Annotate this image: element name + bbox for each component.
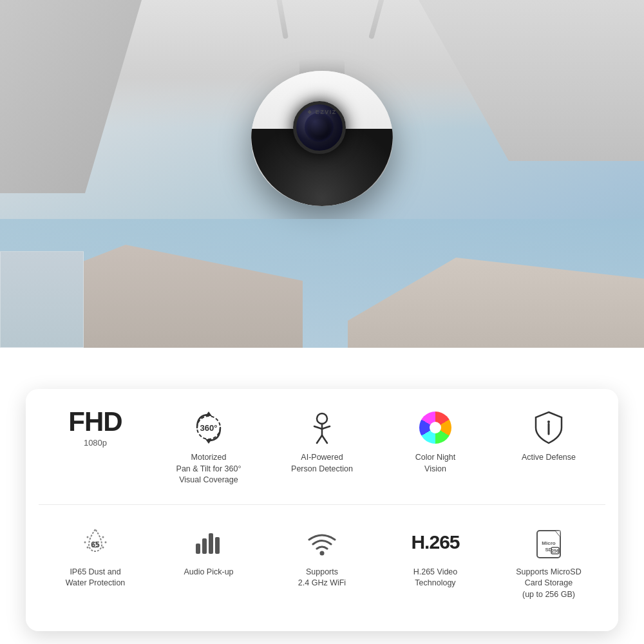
sd-card-label: Supports MicroSDCard Storage(up to 256 G… — [516, 567, 581, 601]
active-defense-icon — [529, 408, 568, 447]
wifi-icon — [303, 523, 341, 562]
color-night-label: Color NightVision — [415, 452, 456, 475]
svg-rect-23 — [215, 537, 220, 554]
feature-color-night: Color NightVision — [384, 408, 486, 475]
fhd-sub-label: 1080p — [68, 438, 122, 448]
pan-tilt-label: MotorizedPan & Tilt for 360°Visual Cover… — [176, 452, 242, 486]
feature-active-defense: Active Defense — [498, 408, 600, 464]
svg-marker-2 — [205, 412, 212, 416]
h265-icon: H.265 — [416, 523, 455, 562]
feature-h265: H.265 H.265 VideoTechnology — [384, 523, 486, 589]
feature-ai-person: AI-PoweredPerson Detection — [271, 408, 373, 475]
svg-line-6 — [314, 426, 322, 429]
ai-person-icon — [303, 408, 341, 447]
ip65-icon: 65 — [76, 523, 115, 562]
color-night-icon — [416, 408, 455, 447]
svg-point-17 — [104, 541, 106, 543]
feature-wifi: Supports2.4 GHz WiFi — [271, 523, 373, 589]
camera-dome: ❖ EZVIZ — [251, 71, 393, 206]
hero-section: ❖ EZVIZ — [0, 0, 644, 348]
svg-rect-22 — [209, 533, 213, 554]
svg-text:65: 65 — [91, 540, 100, 549]
svg-point-14 — [84, 541, 86, 543]
svg-point-4 — [317, 413, 327, 424]
svg-point-16 — [102, 536, 104, 538]
info-card: FHD 1080p 360° Motoriz — [26, 389, 618, 631]
sd-card-icon: Micro SD 256 — [529, 523, 568, 562]
feature-ip65: 65 IP65 Dust andWater Protection — [44, 523, 146, 589]
fhd-label: FHD — [68, 408, 122, 435]
feature-pan-tilt: 360° MotorizedPan & Tilt for 360°Visual … — [158, 408, 260, 486]
svg-point-13 — [86, 536, 88, 538]
balcony — [0, 251, 84, 348]
svg-rect-21 — [202, 538, 207, 554]
ai-person-label: AI-PoweredPerson Detection — [291, 452, 353, 475]
svg-line-7 — [322, 426, 330, 429]
features-row-2: 65 IP65 Dust andWater Protection Audio P… — [39, 523, 605, 601]
svg-point-24 — [319, 551, 324, 555]
feature-sd-card: Micro SD 256 Supports MicroSDCard Storag… — [498, 523, 600, 601]
svg-marker-3 — [205, 439, 212, 444]
audio-icon — [189, 523, 228, 562]
h265-text: H.265 — [411, 531, 459, 553]
fhd-icon: FHD 1080p — [76, 408, 115, 447]
pan-tilt-icon: 360° — [189, 408, 228, 447]
feature-audio: Audio Pick-up — [158, 523, 260, 578]
features-row-1: FHD 1080p 360° Motoriz — [39, 408, 605, 486]
color-wheel — [419, 412, 451, 444]
svg-point-18 — [102, 546, 104, 548]
svg-text:360°: 360° — [200, 423, 218, 433]
h265-label: H.265 VideoTechnology — [413, 567, 458, 589]
svg-line-8 — [317, 435, 322, 443]
svg-text:256: 256 — [551, 549, 559, 553]
svg-line-9 — [322, 435, 327, 443]
brand-logo: ❖ EZVIZ — [307, 109, 337, 115]
svg-point-15 — [86, 546, 88, 548]
svg-rect-20 — [196, 544, 200, 554]
wifi-label: Supports2.4 GHz WiFi — [298, 567, 346, 589]
svg-text:Micro: Micro — [542, 540, 555, 546]
active-defense-label: Active Defense — [522, 452, 576, 464]
ip65-label: IP65 Dust andWater Protection — [66, 567, 126, 589]
audio-label: Audio Pick-up — [184, 567, 233, 578]
row-divider — [39, 504, 605, 505]
svg-point-11 — [547, 421, 550, 423]
feature-fhd: FHD 1080p — [44, 408, 146, 452]
